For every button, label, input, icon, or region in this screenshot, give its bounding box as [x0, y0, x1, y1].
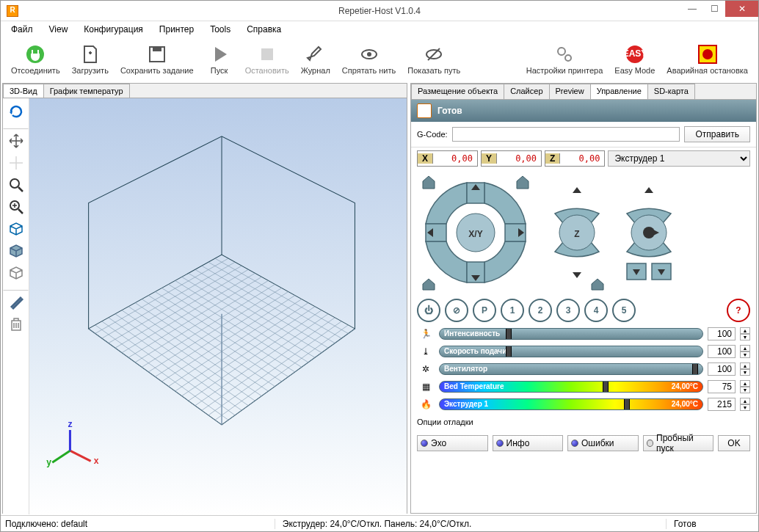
debug-ok-button[interactable]: OK: [718, 435, 750, 451]
maximize-button[interactable]: ☐: [703, 1, 725, 17]
coord-x[interactable]: X0,00: [417, 150, 478, 167]
script5-button[interactable]: 5: [612, 299, 636, 322]
reset-view-button[interactable]: [6, 101, 26, 122]
debug-dryrun-button[interactable]: Пробный пуск: [643, 435, 714, 451]
file-plus-icon: [80, 44, 101, 65]
perspective-button[interactable]: [6, 219, 26, 239]
bed-temp-slider[interactable]: Bed Temperature24,00°C: [439, 381, 703, 393]
stop-button[interactable]: Остановить: [241, 43, 294, 76]
xy-ring-downleft[interactable]: [426, 241, 467, 283]
tab-slicer[interactable]: Слайсер: [504, 84, 549, 99]
script4-button[interactable]: 4: [584, 299, 608, 322]
hide-filament-button[interactable]: Спрятать нить: [338, 43, 400, 76]
bed-icon: ▦: [417, 382, 435, 392]
tab-3d-view[interactable]: 3D-Вид: [3, 84, 44, 98]
xy-move-pad: X/Y: [417, 174, 534, 291]
motors-off-button[interactable]: ⊘: [445, 299, 468, 322]
script1-button[interactable]: 1: [501, 299, 524, 322]
feedrate-spin[interactable]: ▲▼: [740, 345, 750, 358]
fan-slider[interactable]: Вентилятор: [439, 363, 703, 375]
printer-settings-button[interactable]: Настройки принтера: [522, 43, 608, 76]
rotate-view-button[interactable]: [6, 153, 26, 173]
tab-temperature-graph[interactable]: График температур: [43, 84, 130, 98]
bed-spin[interactable]: ▲▼: [740, 380, 750, 393]
svg-line-58: [215, 258, 348, 333]
minimize-button[interactable]: —: [681, 1, 703, 17]
tab-preview[interactable]: Preview: [549, 84, 591, 99]
menu-view[interactable]: View: [45, 23, 73, 36]
menu-config[interactable]: Конфигурация: [79, 23, 148, 36]
svg-line-62: [52, 451, 70, 462]
script3-button[interactable]: 3: [556, 299, 580, 322]
eye-slash-icon: [424, 44, 444, 65]
feedrate-input[interactable]: [708, 345, 736, 358]
svg-text:EASY: EASY: [625, 48, 645, 59]
menu-printer[interactable]: Принтер: [155, 23, 198, 36]
status-icon: [417, 103, 432, 118]
park-button[interactable]: P: [473, 299, 496, 322]
trash-button[interactable]: [6, 314, 26, 335]
plug-icon: [25, 44, 46, 65]
svg-rect-3: [261, 48, 273, 60]
play-icon: [209, 44, 230, 65]
emergency-stop-button[interactable]: Аварийная остановка: [662, 43, 752, 76]
help-button[interactable]: ?: [727, 299, 750, 322]
save-job-button[interactable]: Сохранить задание: [116, 43, 198, 76]
easy-mode-button[interactable]: EASY Easy Mode: [610, 43, 659, 76]
status-text: Готов: [437, 106, 462, 116]
tab-sdcard[interactable]: SD-карта: [647, 84, 695, 99]
home-y-icon[interactable]: [517, 176, 529, 189]
svg-text:y: y: [46, 457, 51, 467]
fan-input[interactable]: [708, 362, 736, 376]
speed-spin[interactable]: ▲▼: [740, 327, 750, 340]
menu-file[interactable]: Файл: [7, 23, 37, 36]
fan-spin[interactable]: ▲▼: [740, 362, 750, 376]
view3d-canvas[interactable]: grid: [29, 98, 407, 514]
tab-object-placement[interactable]: Размещение объекта: [411, 84, 504, 99]
extruder-icon: 🔥: [417, 399, 435, 409]
extruder-select[interactable]: Экструдер 1: [608, 150, 750, 167]
debug-errors-button[interactable]: Ошибки: [567, 435, 639, 451]
extruder-temp-input[interactable]: [708, 398, 736, 411]
iso-button[interactable]: [6, 241, 26, 261]
show-travel-button[interactable]: Показать путь: [403, 43, 465, 76]
home-x-icon[interactable]: [423, 279, 435, 290]
bed-temp-input[interactable]: [708, 380, 736, 393]
power-button[interactable]: ⏻: [417, 299, 440, 322]
debug-label: Опции отладки: [417, 418, 473, 426]
svg-text:Z: Z: [574, 229, 579, 239]
speed-input[interactable]: [708, 327, 736, 340]
run-button[interactable]: Пуск: [201, 43, 238, 76]
home-xy-icon[interactable]: [423, 176, 435, 189]
close-button[interactable]: ✕: [725, 1, 758, 17]
tab-manual-control[interactable]: Управление: [590, 84, 648, 99]
svg-rect-2: [153, 47, 161, 51]
gcode-input[interactable]: [452, 127, 680, 142]
svg-point-5: [367, 52, 371, 57]
log-button[interactable]: Журнал: [297, 43, 335, 76]
svg-line-15: [18, 187, 23, 192]
debug-info-button[interactable]: Инфо: [493, 435, 564, 451]
menu-tools[interactable]: Tools: [206, 23, 235, 36]
xy-ring-downright[interactable]: [484, 241, 526, 283]
svg-point-68: [643, 227, 655, 238]
coord-y[interactable]: Y0,00: [481, 150, 542, 167]
send-button[interactable]: Отправить: [684, 126, 750, 142]
wireframe-button[interactable]: [6, 263, 26, 283]
extruder-spin[interactable]: ▲▼: [740, 398, 750, 411]
disconnect-button[interactable]: Отсоединить: [7, 43, 65, 76]
coord-z[interactable]: Z0,00: [545, 150, 605, 167]
zoom-fit-button[interactable]: [6, 197, 26, 217]
speed-slider[interactable]: Интенсивность: [439, 328, 703, 340]
extruder-temp-slider[interactable]: Экструдер 124,00°C: [439, 398, 703, 410]
debug-echo-button[interactable]: Эхо: [417, 435, 488, 451]
feedrate-slider[interactable]: Скорость подачи: [439, 346, 703, 357]
load-button[interactable]: Загрузить: [68, 43, 113, 76]
home-z-icon[interactable]: [592, 279, 603, 290]
move-view-button[interactable]: [6, 131, 26, 151]
zoom-button[interactable]: [6, 175, 26, 195]
menu-help[interactable]: Справка: [242, 23, 286, 36]
script2-button[interactable]: 2: [529, 299, 552, 322]
statusbar: Подключено: default Экструдер: 24,0°C/От…: [1, 515, 758, 531]
clear-edges-button[interactable]: [6, 292, 26, 313]
